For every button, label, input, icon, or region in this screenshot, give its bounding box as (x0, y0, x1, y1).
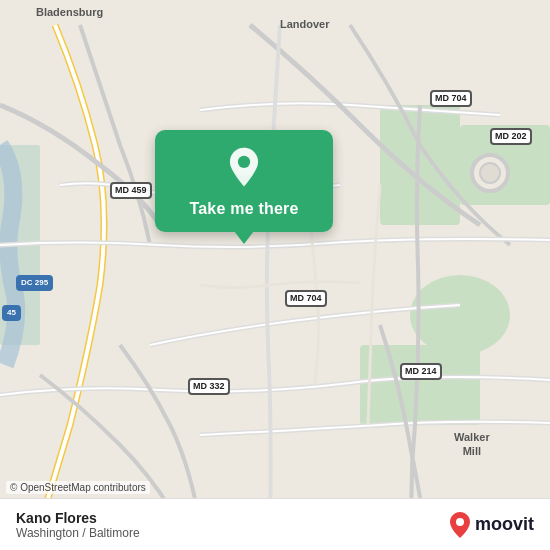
road-badge-md214: MD 214 (400, 363, 442, 380)
svg-point-6 (480, 163, 500, 183)
road-badge-md332: MD 332 (188, 378, 230, 395)
road-badge-md704a: MD 704 (430, 90, 472, 107)
bottom-bar: Kano Flores Washington / Baltimore moovi… (0, 498, 550, 550)
location-info: Kano Flores Washington / Baltimore (16, 510, 140, 540)
road-badge-i45: 45 (2, 305, 21, 321)
moovit-logo: moovit (449, 511, 534, 539)
svg-point-8 (238, 156, 250, 168)
map-container: Bladensburg Landover WalkerMill MD 459 D… (0, 0, 550, 550)
attribution-text: © OpenStreetMap contributors (6, 481, 150, 494)
location-pin-icon (222, 146, 266, 190)
svg-rect-4 (360, 345, 480, 425)
tooltip-label: Take me there (189, 200, 298, 218)
road-badge-md459: MD 459 (110, 182, 152, 199)
location-subtitle: Washington / Baltimore (16, 526, 140, 540)
moovit-text: moovit (475, 514, 534, 535)
svg-point-2 (410, 275, 510, 355)
road-badge-dc295: DC 295 (16, 275, 53, 291)
svg-point-9 (456, 518, 464, 526)
location-tooltip[interactable]: Take me there (155, 130, 333, 232)
location-title: Kano Flores (16, 510, 140, 526)
map-roads (0, 0, 550, 550)
road-badge-md202: MD 202 (490, 128, 532, 145)
moovit-logo-icon (449, 511, 471, 539)
road-badge-md704b: MD 704 (285, 290, 327, 307)
